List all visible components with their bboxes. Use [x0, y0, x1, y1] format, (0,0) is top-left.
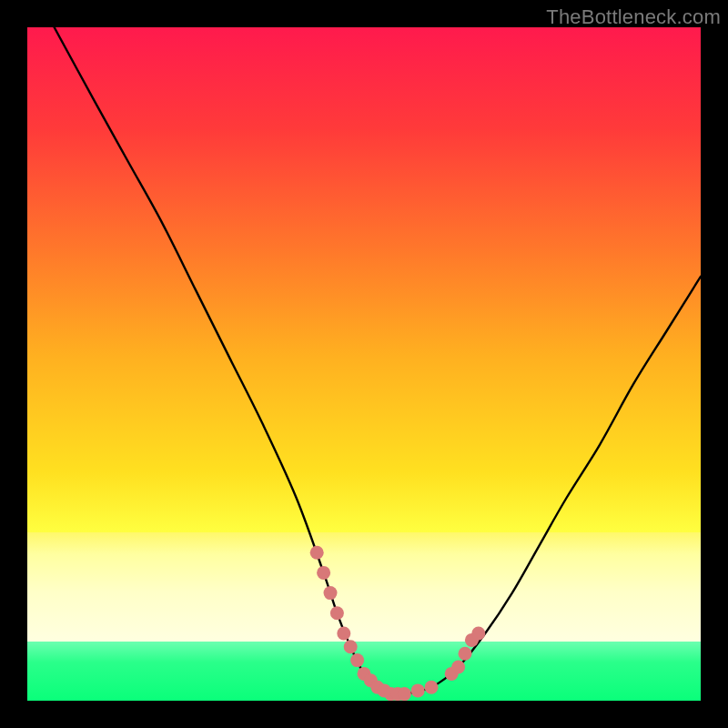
curve-layer [27, 27, 701, 701]
highlight-dot [324, 586, 338, 600]
highlight-dot [310, 546, 324, 560]
highlight-dot [350, 653, 364, 667]
highlight-dot [425, 681, 439, 694]
highlight-dot [317, 566, 330, 580]
highlight-dots-group [310, 546, 486, 701]
highlight-dot [344, 640, 358, 653]
highlight-dot [398, 687, 411, 701]
highlight-dot [459, 647, 472, 661]
watermark-text: TheBottleneck.com [546, 5, 721, 29]
highlight-dot [330, 606, 344, 620]
chart-frame: TheBottleneck.com [0, 0, 728, 728]
highlight-dot [411, 683, 425, 697]
highlight-dot [451, 661, 465, 674]
plot-area [27, 27, 701, 701]
highlight-dot [471, 627, 485, 641]
highlight-dot [337, 627, 350, 641]
bottleneck-curve-line [55, 27, 701, 695]
